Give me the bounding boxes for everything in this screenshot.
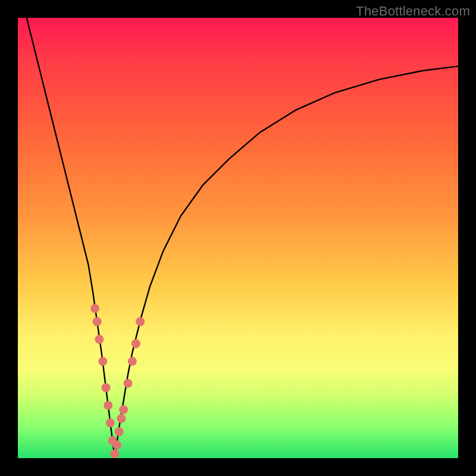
chart-frame: TheBottleneck.com [0,0,476,476]
heat-gradient [18,18,458,458]
watermark-text: TheBottleneck.com [356,4,470,19]
plot-area [18,18,458,458]
